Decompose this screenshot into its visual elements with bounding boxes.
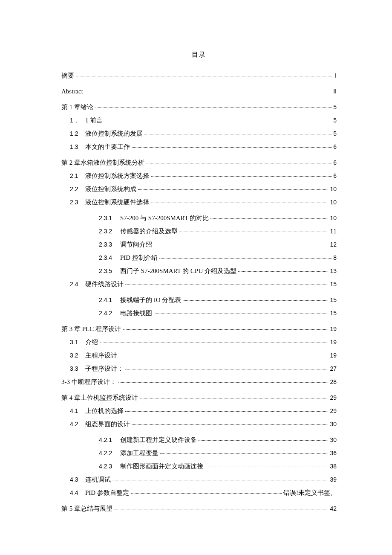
toc-number: 4.2.3	[99, 462, 120, 471]
toc-number: 2.4.2	[99, 309, 120, 318]
toc-page-number: 13	[330, 267, 337, 276]
toc-label: 1.3本文的主要工作	[70, 142, 130, 151]
toc-text: 子程序设计：	[85, 365, 124, 372]
toc-page-error: 错误!未定义书签。	[283, 488, 337, 497]
toc-text: 摘要	[61, 72, 74, 79]
toc-page-number: 5	[333, 103, 337, 112]
toc-label: 3.2主程序设计	[70, 351, 117, 360]
toc-entry: 2.3.2传感器的介绍及选型11	[61, 227, 337, 236]
toc-entry: 2.4硬件线路设计15	[61, 280, 337, 289]
toc-text: 第 4 章上位机监控系统设计	[61, 394, 138, 401]
toc-leader-dots	[132, 424, 328, 425]
toc-label: 第 2 章水箱液位控制系统分析	[61, 158, 144, 167]
toc-text: 传感器的介绍及选型	[120, 228, 178, 235]
toc-leader-dots	[119, 356, 328, 356]
toc-text: 硬件线路设计	[85, 281, 124, 288]
toc-text: 接线端子的 IO 分配表	[120, 296, 181, 303]
toc-number: 3.3	[70, 365, 85, 373]
toc-text: 电路接线图	[120, 310, 152, 317]
toc-leader-dots	[76, 76, 333, 76]
toc-page-number: 6	[333, 159, 337, 167]
toc-leader-dots	[238, 271, 328, 272]
toc-entry: 4.2.3制作图形画面并定义动画连接38	[61, 462, 337, 471]
toc-entry: AbstractII	[61, 87, 337, 96]
toc-leader-dots	[179, 232, 328, 232]
toc-entry: 第 5 章总结与展望42	[61, 504, 337, 513]
toc-entry: 2.1液位控制系统方案选择6	[61, 171, 337, 180]
toc-entry: 2.3.3调节阀介绍12	[61, 240, 337, 249]
toc-page-number: 29	[330, 394, 337, 402]
toc-leader-dots	[95, 108, 331, 108]
toc-number: 4.3	[70, 476, 85, 484]
toc-label: 2.3.2传感器的介绍及选型	[99, 227, 178, 236]
toc-page-number: 6	[333, 172, 337, 180]
toc-label: 第 3 章 PLC 程序设计	[61, 325, 121, 334]
toc-page-number: 12	[330, 241, 337, 249]
toc-leader-dots	[151, 203, 328, 203]
toc-leader-dots	[160, 453, 328, 454]
toc-number: 4.1	[70, 407, 85, 416]
toc-container: 摘要IAbstractII第 1 章绪论51．1 前言51.2液位控制系统的发展…	[61, 71, 337, 513]
toc-label: 1．1 前言	[70, 116, 103, 125]
toc-entry: 第 3 章 PLC 程序设计19	[61, 325, 337, 334]
toc-leader-dots	[85, 92, 331, 92]
toc-page-number: 36	[330, 449, 337, 458]
toc-entry: 2.2液位控制系统构成10	[61, 185, 337, 194]
toc-label: 2.4.2电路接线图	[99, 309, 152, 318]
toc-leader-dots	[100, 343, 328, 343]
toc-text: 主程序设计	[85, 352, 117, 359]
toc-label: 第 4 章上位机监控系统设计	[61, 393, 138, 402]
toc-page-number: 19	[330, 352, 337, 360]
toc-label: 2.3.5西门子 S7-200SMART 的 CPU 介绍及选型	[99, 267, 236, 276]
toc-label: 2.1液位控制系统方案选择	[70, 171, 149, 180]
toc-page-number: 39	[330, 476, 337, 484]
toc-text: 液位控制系统方案选择	[85, 172, 149, 179]
toc-text: 介绍	[85, 339, 98, 346]
toc-entry: 2.3.4PID 控制介绍8	[61, 253, 337, 262]
toc-entry: 4.1上位机的选择29	[61, 407, 337, 416]
toc-text: 液位控制系统硬件选择	[85, 199, 149, 206]
toc-text: 添加工程变量	[120, 450, 159, 456]
toc-number: 2.3.2	[99, 227, 120, 236]
toc-page-number: 42	[330, 505, 337, 513]
toc-label: 2.3液位控制系统硬件选择	[70, 198, 149, 207]
toc-text: 第 2 章水箱液位控制系统分析	[61, 159, 144, 166]
toc-entry: 3.1介绍19	[61, 338, 337, 347]
toc-entry: 2.3液位控制系统硬件选择10	[61, 198, 337, 207]
toc-leader-dots	[199, 440, 328, 441]
toc-text: 本文的主要工作	[85, 143, 130, 150]
toc-leader-dots	[125, 411, 328, 412]
toc-page-number: 10	[330, 214, 337, 223]
toc-number: 2.3.4	[99, 254, 120, 262]
toc-number: 3.2	[70, 352, 85, 360]
toc-leader-dots	[151, 176, 331, 177]
toc-page-number: 29	[330, 407, 337, 416]
toc-text: 调节阀介绍	[120, 241, 152, 248]
toc-label: 3-3 中断程序设计：	[61, 378, 116, 386]
toc-leader-dots	[132, 147, 331, 148]
toc-label: 2.2液位控制系统构成	[70, 185, 136, 194]
toc-entry: 4.2组态界面的设计30	[61, 420, 337, 429]
toc-entry: 2.3.1S7-200 与 S7-200SMART 的对比10	[61, 214, 337, 223]
toc-number: 4.4	[70, 489, 85, 497]
toc-number: 1．	[70, 116, 85, 125]
toc-leader-dots	[183, 300, 328, 301]
toc-page-number: 19	[330, 338, 337, 347]
toc-page-number: 15	[330, 296, 337, 305]
toc-label: 第 5 章总结与展望	[61, 504, 112, 513]
toc-entry: 2.4.1接线端子的 IO 分配表15	[61, 296, 337, 305]
toc-entry: 1．1 前言5	[61, 116, 337, 125]
toc-text: Abstract	[61, 88, 83, 95]
toc-label: 2.4.1接线端子的 IO 分配表	[99, 296, 181, 305]
toc-text: 制作图形画面并定义动画连接	[120, 463, 203, 470]
toc-leader-dots	[205, 467, 328, 467]
toc-page-number: 6	[333, 143, 337, 151]
toc-label: 4.2.2添加工程变量	[99, 449, 159, 458]
toc-text: 连机调试	[85, 476, 111, 483]
toc-page-number: 19	[330, 325, 337, 334]
toc-label: 4.2.1创建新工程并定义硬件设备	[99, 436, 197, 445]
toc-label: Abstract	[61, 87, 83, 96]
toc-page-number: 30	[330, 436, 337, 445]
toc-label: 4.2.3制作图形画面并定义动画连接	[99, 462, 203, 471]
toc-label: 3.3子程序设计：	[70, 364, 124, 373]
